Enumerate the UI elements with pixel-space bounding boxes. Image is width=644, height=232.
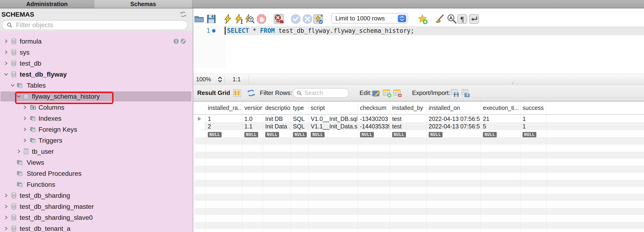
tree-item-formula[interactable]: formula — [0, 36, 193, 47]
chevron-down-icon[interactable] — [10, 83, 15, 88]
chevron-right-icon[interactable] — [4, 50, 8, 55]
tree-item-functions[interactable]: Functions — [0, 179, 193, 190]
stop-icon[interactable] — [256, 13, 267, 24]
chevron-down-icon[interactable] — [4, 72, 8, 77]
import-records-icon[interactable] — [461, 89, 470, 97]
cell[interactable]: 2022-04-13 07:56:56 — [429, 123, 480, 130]
row-selector[interactable] — [193, 130, 204, 137]
stepper-icon[interactable] — [398, 15, 406, 22]
tree-item-test-db-sharding-master[interactable]: test_db_sharding_master — [0, 201, 193, 212]
delete-row-icon[interactable] — [393, 89, 402, 97]
cell[interactable]: 1.1 — [244, 123, 262, 130]
refresh-schemas-icon[interactable] — [180, 11, 187, 18]
cell[interactable]: NULL — [311, 130, 357, 137]
cell[interactable]: NULL — [293, 130, 308, 137]
tree-item-flyway-schema-history[interactable]: flyway_schema_history — [0, 91, 193, 102]
tree-item-columns[interactable]: Columns — [0, 102, 193, 113]
empty-row[interactable] — [194, 208, 644, 215]
add-row-icon[interactable] — [382, 89, 392, 97]
empty-row[interactable] — [194, 215, 644, 222]
cell[interactable]: NULL — [265, 130, 290, 137]
row-selector[interactable] — [193, 115, 204, 122]
empty-row[interactable] — [194, 187, 644, 194]
empty-row[interactable] — [194, 180, 644, 187]
sql-code-editor[interactable]: 1 SELECT * FROM test_db_flyway.flyway_sc… — [193, 26, 644, 68]
tree-item-triggers[interactable]: Triggers — [0, 135, 193, 146]
tree-item-test-db-flyway[interactable]: test_db_flyway — [0, 69, 193, 80]
cell[interactable]: 21 — [483, 115, 520, 122]
tab-administration[interactable]: Administration — [0, 0, 94, 8]
empty-row[interactable] — [194, 229, 644, 232]
tab-schemas[interactable]: Schemas — [94, 0, 192, 8]
tree-item-test-db-sharding[interactable]: test_db_sharding — [0, 190, 193, 201]
chevron-right-icon[interactable] — [4, 61, 8, 66]
wrap-icon[interactable] — [468, 13, 479, 24]
result-search-input[interactable] — [304, 89, 342, 96]
execute-icon[interactable] — [222, 13, 233, 24]
chevron-right-icon[interactable] — [22, 127, 27, 132]
cell[interactable]: Init DB — [265, 115, 290, 122]
column-separator[interactable] — [358, 101, 358, 232]
invisibles-icon[interactable]: ¶ — [457, 13, 468, 24]
tree-item-indexes[interactable]: Indexes — [0, 113, 193, 124]
cell[interactable]: test — [392, 123, 426, 130]
find-icon[interactable]: A — [446, 13, 457, 24]
cell[interactable]: NULL — [483, 130, 520, 137]
empty-row[interactable] — [194, 194, 644, 201]
open-file-icon[interactable] — [194, 13, 204, 24]
zoom-stepper-icon[interactable] — [217, 76, 223, 83]
cell[interactable]: V1.1__Init_Data.sql — [311, 123, 357, 130]
column-separator[interactable] — [242, 101, 242, 232]
schema-filter-box[interactable] — [2, 20, 188, 30]
cell[interactable]: 2022-04-13 07:56:56 — [429, 115, 480, 122]
cell[interactable]: 1 — [208, 115, 242, 122]
cell[interactable]: NULL — [429, 130, 480, 137]
column-separator[interactable] — [263, 101, 263, 232]
limit-rows-dropdown[interactable]: Limit to 1000 rows — [331, 13, 408, 23]
info-icon[interactable] — [173, 38, 179, 44]
cell[interactable]: NULL — [208, 130, 242, 137]
column-separator[interactable] — [390, 101, 390, 232]
cell[interactable]: NULL — [244, 130, 262, 137]
column-header-success[interactable]: success — [522, 101, 546, 114]
empty-row[interactable] — [194, 222, 644, 229]
tree-item-sys[interactable]: sys — [0, 47, 193, 58]
autocommit-icon[interactable] — [313, 13, 324, 24]
row-selector[interactable] — [193, 123, 204, 130]
chevron-right-icon[interactable] — [4, 215, 8, 220]
tree-item-views[interactable]: Views — [0, 157, 193, 168]
filter-objects-input[interactable] — [16, 21, 180, 29]
empty-row[interactable] — [194, 145, 644, 152]
column-separator[interactable] — [290, 101, 291, 232]
export-recordset-icon[interactable] — [450, 89, 459, 97]
cell[interactable]: -13430203 — [360, 115, 389, 122]
tree-item-stored-procedures[interactable]: Stored Procedures — [0, 168, 193, 179]
empty-row[interactable] — [194, 159, 644, 166]
tree-item-tb-user[interactable]: tb_user — [0, 146, 193, 157]
add-snippet-icon[interactable] — [417, 13, 428, 24]
tree-item-tables[interactable]: Tables — [0, 80, 193, 91]
cell[interactable]: SQL — [293, 123, 308, 130]
column-header-execution-ti-[interactable]: execution_ti... — [483, 101, 520, 114]
column-header-type[interactable]: type — [293, 101, 308, 114]
cell[interactable]: 5 — [483, 123, 520, 130]
chevron-right-icon[interactable] — [4, 226, 8, 231]
column-separator[interactable] — [546, 101, 547, 232]
null-placeholder-row[interactable]: NULLNULLNULLNULLNULLNULLNULLNULLNULLNULL — [194, 130, 644, 138]
chevron-right-icon[interactable] — [22, 105, 27, 110]
column-header-script[interactable]: script — [311, 101, 357, 114]
empty-row[interactable] — [194, 173, 644, 180]
explain-icon[interactable] — [244, 13, 255, 24]
wrench-icon[interactable] — [180, 38, 186, 44]
chevron-right-icon[interactable] — [4, 39, 8, 44]
tree-item-foreign-keys[interactable]: Foreign Keys — [0, 124, 193, 135]
chevron-down-icon[interactable] — [16, 94, 21, 99]
empty-row[interactable] — [194, 201, 644, 208]
empty-row[interactable] — [194, 166, 644, 173]
cell[interactable]: NULL — [360, 130, 389, 137]
column-separator[interactable] — [480, 101, 481, 232]
result-search-box[interactable] — [293, 88, 349, 98]
chevron-right-icon[interactable] — [4, 204, 8, 209]
sql-statement[interactable]: SELECT * FROM test_db_flyway.flyway_sche… — [227, 26, 414, 35]
cell[interactable]: test — [392, 115, 426, 122]
